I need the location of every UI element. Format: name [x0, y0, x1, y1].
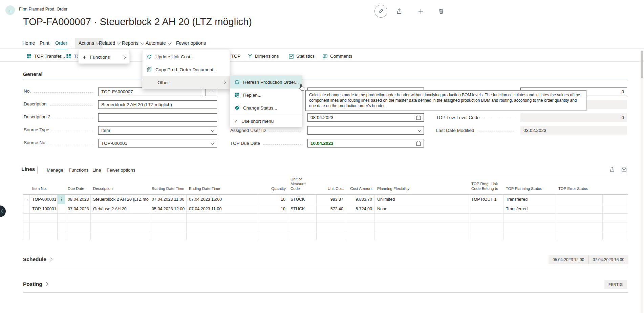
col-due-date[interactable]: Due Date	[65, 176, 91, 193]
field-label-assigned-user: Assigned User ID	[230, 128, 305, 133]
cell-planning-status[interactable]: Transferred	[503, 195, 556, 204]
col-item-no[interactable]: Item No.	[30, 176, 58, 193]
chevron-left-icon	[1, 209, 4, 213]
toolbar-comments[interactable]: Comments	[322, 51, 352, 61]
lines-email-button[interactable]	[621, 167, 627, 174]
col-uom[interactable]: Unit of Measure Code	[288, 176, 317, 193]
menu-fewer-options[interactable]: Fewer options	[176, 38, 206, 48]
cell-uom[interactable]: STÜCK	[288, 204, 317, 214]
cell-ending[interactable]: 07.04.2023 11:00	[187, 204, 258, 214]
menu-related[interactable]: Related	[99, 38, 120, 48]
lines-tab-line[interactable]: Line	[92, 166, 101, 174]
envelope-icon	[621, 167, 627, 172]
lines-tab-functions[interactable]: Functions	[69, 166, 89, 174]
refresh-icon	[147, 54, 152, 59]
lines-tab-fewer-options[interactable]: Fewer options	[107, 166, 135, 174]
toolbar-top-transfer[interactable]: TOP Transfer...	[26, 51, 65, 61]
due-date-input[interactable]: 08.04.2023	[307, 113, 424, 122]
menu-order[interactable]: Order	[55, 38, 67, 49]
cell-uom[interactable]: STÜCK	[288, 195, 317, 204]
empty-row-cell[interactable]	[23, 214, 30, 222]
cell-quantity[interactable]: 10	[258, 195, 288, 204]
description-input[interactable]: Steuerblock 2 AH 20 (LTZ möglich)	[98, 100, 217, 109]
back-button[interactable]: ←	[5, 5, 15, 15]
menu-item-functions[interactable]: Functions	[79, 50, 129, 64]
toolbar-top-3[interactable]: TOP	[231, 51, 241, 61]
col-quantity[interactable]: Quantity	[258, 176, 288, 193]
field-label-last-modified: Last Date Modified	[436, 128, 518, 133]
row-selector[interactable]	[23, 204, 30, 214]
field-label-description2: Description 2	[24, 114, 95, 119]
assigned-user-select[interactable]	[307, 126, 424, 135]
menu-print[interactable]: Print	[40, 38, 49, 48]
cell-planning-status[interactable]: Transferred	[503, 204, 556, 214]
lines-tab-manage[interactable]: Manage	[47, 166, 63, 174]
cell-unit-cost[interactable]: 572,40	[317, 204, 346, 214]
empty-row-cell[interactable]	[23, 231, 30, 240]
col-description[interactable]: Description	[91, 176, 149, 193]
edit-button[interactable]	[374, 5, 387, 18]
cell-description[interactable]: Gehäuse 2 AH 20	[91, 204, 149, 214]
col-rtng-link[interactable]: TOP Rtng. Link Code Belong to	[469, 176, 503, 193]
grid-icon	[26, 54, 32, 59]
menu-item-other[interactable]: Other	[143, 76, 230, 89]
cell-due-date[interactable]: 08.04.2023	[65, 195, 91, 204]
menu-item-refresh-production-order[interactable]: Refresh Production Order...	[230, 76, 302, 89]
cell-error-status[interactable]	[556, 195, 603, 204]
share-button[interactable]	[396, 8, 402, 16]
cell-unit-cost[interactable]: 983,37	[317, 195, 346, 204]
menu-automate[interactable]: Automate	[146, 38, 171, 48]
cell-item-no[interactable]: TOP-100001	[30, 204, 58, 214]
col-cost-amount[interactable]: Cost Amount	[346, 176, 375, 193]
row-options-button[interactable]: ⋮	[58, 195, 65, 204]
menu-actions[interactable]: Actions	[75, 38, 103, 48]
description2-input[interactable]	[98, 113, 217, 122]
cell-cost-amount[interactable]: 9.833,70	[346, 195, 375, 204]
cell-starting[interactable]: 07.04.2023 11:00	[149, 195, 187, 204]
menu-reports[interactable]: Reports	[122, 38, 144, 48]
cell-planning-flexibility[interactable]: None	[375, 204, 469, 214]
menu-item-change-status[interactable]: Change Status...	[230, 101, 302, 114]
schedule-summary: 05.04.2023 12:00 07.04.2023 16:00	[549, 255, 628, 264]
cell-error-status[interactable]	[556, 204, 603, 214]
col-unit-cost[interactable]: Unit Cost	[317, 176, 346, 193]
col-error-status[interactable]: TOP Error Status	[556, 176, 603, 193]
menu-item-use-short-menu[interactable]: ✓ Use short menu	[230, 115, 302, 127]
toolbar-statistics[interactable]: Statistics	[288, 51, 315, 61]
chevron-right-icon	[222, 80, 226, 84]
cell-due-date[interactable]: 07.04.2023	[65, 204, 91, 214]
schedule-section-toggle[interactable]: Schedule	[23, 256, 52, 262]
delete-button[interactable]	[438, 8, 444, 16]
cell-item-no[interactable]: TOP-000001	[30, 195, 58, 204]
source-type-select[interactable]: Item	[98, 126, 217, 135]
new-button[interactable]	[418, 8, 424, 16]
menu-home[interactable]: Home	[22, 38, 35, 48]
collapse-panel-tab[interactable]	[0, 206, 6, 217]
cell-description[interactable]: Steuerblock 2 AH 20 (LTZ mög...	[91, 195, 149, 204]
scrollbar-thumb[interactable]	[641, 51, 643, 78]
top-due-date-input[interactable]: 10.04.2023	[307, 139, 424, 148]
lines-table-header: Item No. Due Date Description Starting D…	[23, 176, 628, 193]
col-starting[interactable]: Starting Date-Time	[149, 176, 187, 193]
col-planning-status[interactable]: TOP Planning Status	[503, 176, 556, 193]
toolbar-dimensions[interactable]: Dimensions	[247, 51, 279, 61]
empty-row-cell[interactable]	[23, 222, 30, 231]
cell-rtng-link[interactable]	[469, 204, 503, 214]
cell-planning-flexibility[interactable]: Unlimited	[375, 195, 469, 204]
check-icon: ✓	[234, 119, 238, 124]
lines-share-button[interactable]	[609, 167, 615, 174]
source-no-select[interactable]: TOP-000001	[98, 139, 217, 148]
menu-item-update-unit-cost[interactable]: Update Unit Cost...	[143, 50, 230, 63]
cell-cost-amount[interactable]: 5.724,00	[346, 204, 375, 214]
cell-quantity[interactable]: 10	[258, 204, 288, 214]
cell-rtng-link[interactable]: TOP ROUT 1	[469, 195, 503, 204]
scrollbar-track[interactable]	[641, 50, 643, 313]
menu-item-replan[interactable]: Replan...	[230, 89, 302, 101]
col-ending[interactable]: Ending Date-Time	[187, 176, 258, 193]
cell-starting[interactable]: 05.04.2023 12:00	[149, 204, 187, 214]
row-selector[interactable]: →	[23, 195, 30, 204]
col-planning-flexibility[interactable]: Planning Flexibility	[375, 176, 469, 193]
posting-section-toggle[interactable]: Posting	[23, 281, 48, 287]
menu-item-copy-prod-order[interactable]: Copy Prod. Order Document...	[143, 63, 230, 76]
cell-ending[interactable]: 07.04.2023 16:00	[187, 195, 258, 204]
